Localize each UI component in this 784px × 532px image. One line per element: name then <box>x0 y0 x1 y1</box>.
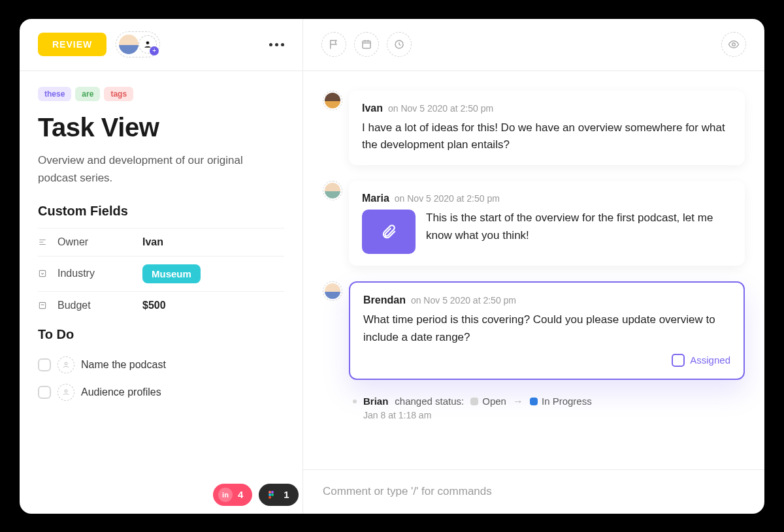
comment-footer <box>303 469 764 514</box>
dropdown-icon <box>38 301 51 310</box>
comment-time: on Nov 5 2020 at 2:50 pm <box>411 295 516 305</box>
field-label: Industry <box>57 268 142 279</box>
comments-panel: Ivan on Nov 5 2020 at 2:50 pm I have a l… <box>303 71 764 469</box>
svg-point-0 <box>146 41 150 44</box>
assign-button[interactable] <box>57 356 74 373</box>
right-header <box>303 19 764 71</box>
comment-input[interactable] <box>323 485 745 498</box>
watch-button[interactable] <box>721 32 746 57</box>
industry-chip[interactable]: Museum <box>142 264 201 283</box>
figma-pill[interactable]: 1 <box>259 484 298 506</box>
paperclip-icon <box>380 223 397 240</box>
comment-body: I have a lot of ideas for this! Do we ha… <box>362 119 732 154</box>
left-content: these are tags Task View Overview and de… <box>20 71 302 413</box>
field-owner[interactable]: Owner Ivan <box>38 228 284 256</box>
invision-icon: in <box>218 488 233 502</box>
comment-time: on Nov 5 2020 at 2:50 pm <box>388 103 493 114</box>
flag-icon <box>328 39 340 50</box>
comment: Ivan on Nov 5 2020 at 2:50 pm I have a l… <box>323 91 745 166</box>
add-assignee-button[interactable]: + <box>139 35 157 54</box>
checkbox[interactable] <box>38 386 51 399</box>
clock-icon <box>393 39 405 50</box>
svg-point-5 <box>269 491 271 493</box>
attachment-button[interactable] <box>362 210 416 254</box>
todo-item[interactable]: Audience profiles <box>38 379 284 406</box>
arrow-icon: → <box>513 396 523 407</box>
right-pane: Ivan on Nov 5 2020 at 2:50 pm I have a l… <box>303 19 764 514</box>
task-app: REVIEW + these are tags Task View Overvi… <box>20 19 764 514</box>
todo-item[interactable]: Name the podcast <box>38 351 284 379</box>
bottom-pills: in 4 1 <box>213 484 299 506</box>
avatar-ring <box>323 281 342 301</box>
tag[interactable]: are <box>75 87 100 101</box>
tag[interactable]: these <box>38 87 71 101</box>
assign-button[interactable] <box>57 384 74 401</box>
invision-pill[interactable]: in 4 <box>213 484 252 506</box>
field-label: Owner <box>57 236 142 248</box>
svg-point-8 <box>271 493 274 496</box>
tag[interactable]: tags <box>104 87 133 101</box>
avatar-ring <box>323 91 342 110</box>
time-button[interactable] <box>387 32 412 57</box>
field-label: Budget <box>57 300 142 311</box>
dropdown-icon <box>38 269 51 278</box>
avatar-ring <box>323 181 342 200</box>
comment-card[interactable]: Maria on Nov 5 2020 at 2:50 pm This is t… <box>349 181 745 266</box>
svg-point-3 <box>65 362 67 365</box>
assignee-group[interactable]: + <box>116 31 160 57</box>
comment: Brendan on Nov 5 2020 at 2:50 pm What ti… <box>323 281 745 380</box>
comment-body: What time period is this covering? Could… <box>363 311 730 346</box>
custom-fields-label: Custom Fields <box>38 204 284 219</box>
assigned-label: Assigned <box>690 354 730 366</box>
comment-card[interactable]: Ivan on Nov 5 2020 at 2:50 pm I have a l… <box>349 91 745 166</box>
task-title[interactable]: Task View <box>38 113 284 142</box>
status-swatch <box>470 398 478 405</box>
svg-point-12 <box>732 43 736 46</box>
comment-time: on Nov 5 2020 at 2:50 pm <box>395 193 500 204</box>
status-action: changed status: <box>395 396 464 407</box>
field-industry[interactable]: Industry Museum <box>38 256 284 291</box>
comment-author: Maria <box>362 193 389 204</box>
date-button[interactable] <box>354 32 379 57</box>
svg-rect-2 <box>39 302 45 308</box>
flag-button[interactable] <box>321 32 346 57</box>
calendar-icon <box>361 39 372 50</box>
avatar <box>119 35 139 54</box>
avatar <box>325 93 340 108</box>
status-change: Brian changed status: Open → In Progress… <box>323 396 745 420</box>
svg-point-7 <box>269 493 271 496</box>
comment-author: Ivan <box>362 102 383 114</box>
svg-point-4 <box>65 390 67 392</box>
left-pane: REVIEW + these are tags Task View Overvi… <box>20 19 303 514</box>
left-header: REVIEW + <box>20 19 302 71</box>
pill-count: 4 <box>238 489 243 500</box>
status-date: Jan 8 at 1:18 am <box>353 410 745 420</box>
tags-row: these are tags <box>38 87 284 101</box>
pill-count: 1 <box>284 489 289 500</box>
checkbox[interactable] <box>38 358 51 371</box>
status-swatch <box>530 398 538 405</box>
assigned-row[interactable]: Assigned <box>363 354 730 367</box>
comment-card-highlighted[interactable]: Brendan on Nov 5 2020 at 2:50 pm What ti… <box>349 281 745 380</box>
avatar <box>325 183 340 198</box>
figma-icon <box>264 488 278 502</box>
avatar <box>325 283 340 299</box>
comment-body-text: This is the start of the overview for th… <box>426 210 732 244</box>
more-menu-button[interactable] <box>269 43 284 46</box>
comment-author: Brendan <box>363 294 406 306</box>
todo-label: To Do <box>38 327 284 342</box>
assigned-checkbox[interactable] <box>672 354 685 367</box>
svg-rect-10 <box>363 41 370 48</box>
field-budget[interactable]: Budget $500 <box>38 291 284 319</box>
svg-point-6 <box>271 491 274 493</box>
eye-icon <box>728 39 740 50</box>
status-user: Brian <box>363 396 388 407</box>
task-description[interactable]: Overview and development of our original… <box>38 151 247 187</box>
lines-icon <box>38 238 51 247</box>
status-to: In Progress <box>530 396 592 407</box>
svg-point-9 <box>269 496 271 499</box>
todo-list: Name the podcast Audience profiles <box>38 351 284 406</box>
status-button[interactable]: REVIEW <box>38 33 106 56</box>
field-value: $500 <box>142 300 166 311</box>
status-from: Open <box>470 396 506 407</box>
